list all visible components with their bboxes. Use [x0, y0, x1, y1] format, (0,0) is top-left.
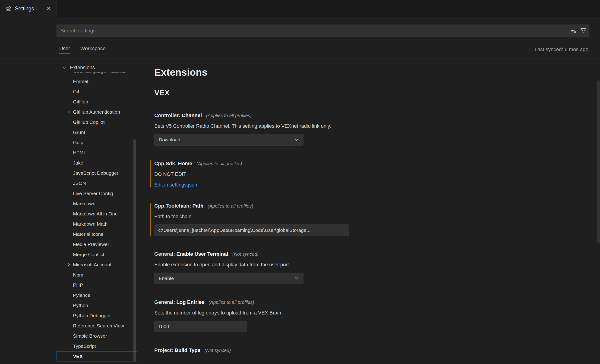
- toolchain-path-input[interactable]: [154, 225, 349, 236]
- settings-scrollbar[interactable]: [597, 81, 600, 243]
- setting-title: Controller: Channel (Applies to all prof…: [154, 112, 548, 119]
- toc-item-vex[interactable]: VEX: [56, 351, 137, 362]
- toc-item-pylance[interactable]: Pylance: [56, 290, 137, 300]
- clear-filters-icon[interactable]: [569, 26, 578, 36]
- settings-sliders-icon: [6, 6, 12, 12]
- toc-item-jake[interactable]: Jake: [56, 158, 137, 168]
- edit-in-settings-json-link[interactable]: Edit in settings.json: [154, 182, 197, 188]
- setting-title: Cpp.Toolchain: Path (Applies to all prof…: [154, 202, 548, 210]
- channel-select[interactable]: Download: [154, 134, 303, 146]
- settings-scope-row: User Workspace Last synced: 6 mos ago: [59, 43, 588, 56]
- toc-item-typescript[interactable]: TypeScript: [56, 341, 137, 351]
- toc-item-media-previewer[interactable]: Media Previewer: [56, 239, 137, 249]
- toc-item-html[interactable]: HTML: [56, 148, 137, 158]
- setting-controller-channel: Controller: Channel (Applies to all prof…: [154, 112, 548, 146]
- tab-workspace[interactable]: Workspace: [80, 44, 106, 55]
- setting-title: General: Enable User Terminal (Not synce…: [154, 250, 548, 258]
- toc-item-php[interactable]: PHP: [56, 280, 137, 290]
- section-title: VEX: [154, 88, 595, 102]
- setting-title: Project: Build Type (Not synced): [154, 347, 548, 354]
- toc-item-live-server-config[interactable]: Live Server Config: [56, 188, 137, 199]
- toc-item-git[interactable]: Git: [56, 87, 137, 97]
- toc-item-python[interactable]: Python: [56, 300, 137, 310]
- setting-cpp-sdk-home: Cpp.Sdk: Home (Applies to all profiles) …: [154, 160, 548, 188]
- chevron-down-icon: [62, 65, 67, 70]
- tab-title: Settings: [15, 6, 34, 12]
- toc-item-github[interactable]: GitHub: [56, 97, 137, 107]
- toc-item-markdown-math[interactable]: Markdown Math: [56, 219, 137, 229]
- search-input[interactable]: [56, 25, 589, 37]
- toc-item-reference-search-view[interactable]: Reference Search View: [56, 321, 137, 331]
- toc-item-emmet[interactable]: Emmet: [56, 76, 137, 87]
- toc-scrollbar[interactable]: [133, 139, 136, 361]
- toc-item-javascript-debugger[interactable]: JavaScript Debugger: [56, 168, 137, 178]
- chevron-right-icon: [66, 109, 71, 115]
- filter-funnel-icon[interactable]: [579, 26, 588, 36]
- setting-log-entries: General: Log Entries (Applies to all pro…: [154, 299, 548, 332]
- toc-item-simple-browser[interactable]: Simple Browser: [56, 331, 137, 341]
- tab-user[interactable]: User: [59, 44, 70, 55]
- setting-enable-user-terminal: General: Enable User Terminal (Not synce…: [154, 250, 548, 284]
- toc-item-gulp[interactable]: Gulp: [56, 137, 137, 148]
- user-terminal-select[interactable]: Enable: [154, 273, 303, 284]
- settings-search-row: [56, 25, 589, 37]
- chevron-right-icon: [66, 262, 71, 267]
- toc-list: CSS Language Features Emmet Git GitHub G…: [56, 66, 137, 362]
- toc-item-github-copilot[interactable]: GitHub Copilot: [56, 117, 137, 127]
- toc-item-grunt[interactable]: Grunt: [56, 127, 137, 137]
- setting-title: General: Log Entries (Applies to all pro…: [154, 299, 548, 306]
- toc-item-npm[interactable]: Npm: [56, 270, 137, 280]
- toc-item-merge-conflict[interactable]: Merge Conflict: [56, 249, 137, 260]
- toc-header-extensions[interactable]: Extensions: [56, 63, 137, 72]
- header-divider: [0, 58, 600, 59]
- tab-close-icon[interactable]: ✕: [45, 5, 53, 13]
- editor-tab-bar: Settings ✕: [0, 0, 600, 17]
- toc-item-markdown[interactable]: Markdown: [56, 199, 137, 209]
- last-synced-status: Last synced: 6 mos ago: [535, 46, 588, 53]
- setting-description: Path to toolchain: [154, 213, 548, 220]
- settings-body: Extensions VEX Controller: Channel (Appl…: [154, 65, 600, 364]
- toc-item-python-debugger[interactable]: Python Debugger: [56, 310, 137, 321]
- toc-item-json[interactable]: JSON: [56, 178, 137, 188]
- page-title: Extensions: [154, 65, 600, 79]
- toc-item-microsoft-account[interactable]: Microsoft Account: [56, 260, 137, 270]
- setting-description: Sets V5 Controller Radio Channel. This s…: [154, 122, 548, 130]
- settings-tab[interactable]: Settings ✕: [0, 0, 56, 17]
- setting-title: Cpp.Sdk: Home (Applies to all profiles): [154, 160, 548, 167]
- setting-description: Enable extension to open and display dat…: [154, 261, 548, 268]
- toc-item-github-authentication[interactable]: GitHub Authentication: [56, 107, 137, 117]
- chevron-down-icon: [293, 275, 300, 282]
- setting-description: DO NOT EDIT: [154, 171, 548, 178]
- setting-description: Sets the number of log entrys to upload …: [154, 309, 548, 317]
- setting-cpp-toolchain-path: Cpp.Toolchain: Path (Applies to all prof…: [154, 202, 548, 236]
- settings-toc: CSS Language Features Emmet Git GitHub G…: [56, 63, 137, 364]
- toc-item-markdown-all-in-one[interactable]: Markdown All in One: [56, 209, 137, 219]
- toc-item-material-icons[interactable]: Material Icons: [56, 229, 137, 239]
- setting-project-build-type: Project: Build Type (Not synced): [154, 347, 548, 354]
- log-entries-input[interactable]: [154, 321, 247, 332]
- chevron-down-icon: [293, 136, 300, 144]
